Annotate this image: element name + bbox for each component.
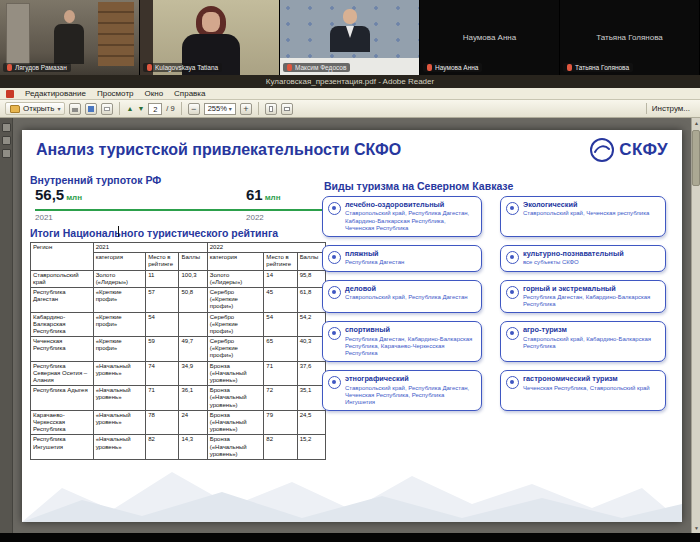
cell: Кабардино-Балкарская Республика — [31, 312, 94, 337]
cell: 24 — [179, 410, 207, 435]
mic-muted-icon — [567, 64, 572, 71]
next-page-button[interactable]: ▼ — [137, 105, 144, 112]
col-header-region: Регион — [31, 243, 94, 271]
window-title: Кулаговская_презентация.pdf - Adobe Read… — [266, 77, 434, 86]
participant-name: Kulagovskaya Tatiana — [155, 64, 218, 71]
bookshelf — [98, 2, 134, 66]
rating-table-container: Регион 2021 2022 категория Место в рейти… — [30, 242, 326, 460]
ncfu-emblem-icon — [589, 137, 615, 163]
rating-heading: Итоги Национального туристического рейти… — [30, 227, 278, 239]
tourism-type-regions: Республика Дагестан, Кабардино-Балкарска… — [345, 336, 476, 358]
ethno-ornament-icon — [328, 376, 341, 389]
cell: Серебро («Крепкие профи») — [207, 312, 264, 337]
cell: 50,8 — [179, 287, 207, 312]
scroll-down-arrow[interactable]: ▼ — [692, 523, 700, 533]
tourist-flow-2021: 56,5млн — [35, 186, 82, 203]
participant-tile[interactable]: Наумова Анна Наумова Анна — [420, 0, 560, 75]
col-header-2022: 2022 — [207, 243, 325, 253]
gastronomy-cutlery-icon — [506, 376, 519, 389]
tourism-box: деловой Ставропольский край, Республика … — [322, 280, 482, 314]
col-header-category: категория — [93, 253, 146, 270]
tourism-box: лечебно-оздоровительный Ставропольский к… — [322, 196, 482, 237]
mic-muted-icon — [7, 64, 12, 71]
page-count-label: / 9 — [166, 104, 174, 113]
reader-toolbar: Открыть ▾ ▲ ▼ 2 / 9 − 255% ▾ + Инструм..… — [0, 100, 700, 118]
bookmarks-panel-icon[interactable] — [2, 136, 11, 145]
participant-tile[interactable]: Татьяна Голянова Татьяна Голянова — [560, 0, 700, 75]
open-button[interactable]: Открыть ▾ — [5, 102, 65, 115]
cell: 15,2 — [297, 435, 325, 460]
menu-view[interactable]: Просмотр — [97, 89, 134, 98]
menu-edit[interactable]: Редактирование — [25, 89, 86, 98]
table-header-row: Регион 2021 2022 — [31, 243, 326, 253]
tourism-type-title: лечебно-оздоровительный — [345, 201, 476, 209]
scrollbar-thumb[interactable] — [692, 130, 700, 186]
zoom-out-button[interactable]: − — [188, 103, 200, 115]
tourism-boxes-grid: лечебно-оздоровительный Ставропольский к… — [322, 196, 666, 411]
col-header-2021: 2021 — [93, 243, 207, 253]
cell: 57 — [146, 287, 179, 312]
cell: 36,1 — [179, 386, 207, 411]
tools-panel-button[interactable]: Инструм... — [646, 103, 695, 114]
participant-tile[interactable]: Максим Федосов — [280, 0, 420, 75]
page-number-input[interactable]: 2 — [148, 103, 162, 115]
vertical-scrollbar[interactable]: ▲ ▼ — [691, 118, 700, 533]
menu-window[interactable]: Окно — [145, 89, 164, 98]
page-container: Анализ туристской привлекательности СКФО… — [13, 118, 691, 533]
menu-bar: Редактирование Просмотр Окно Справка — [0, 88, 700, 100]
email-icon[interactable] — [101, 103, 113, 115]
cell: Чеченская Республика — [31, 337, 94, 362]
menu-help[interactable]: Справка — [174, 89, 205, 98]
save-icon[interactable] — [85, 103, 97, 115]
participant-name: Максим Федосов — [295, 64, 346, 71]
text-cursor-ibeam — [118, 226, 119, 237]
tourism-type-regions: Ставропольский край, Республика Дагестан… — [345, 210, 476, 232]
culture-museum-icon — [506, 251, 519, 264]
cell — [179, 312, 207, 337]
table-row: Ставропольский край Золото («Лидеры») 11… — [31, 270, 326, 287]
cell: 100,3 — [179, 270, 207, 287]
cell: 14,3 — [179, 435, 207, 460]
cell: Серебро («Крепкие профи») — [207, 287, 264, 312]
cell: «Начальный уровень» — [93, 435, 146, 460]
zoom-level-select[interactable]: 255% ▾ — [204, 103, 236, 115]
mountains-graphic — [22, 458, 682, 522]
zoom-value: 255% — [208, 104, 227, 113]
zoom-in-button[interactable]: + — [240, 103, 252, 115]
tourism-box: агро-туризм Ставропольский край, Кабарди… — [500, 321, 666, 362]
participant-name-tag: Лягудов Рамазан — [3, 63, 71, 72]
participant-silhouette — [52, 10, 86, 70]
tourism-type-regions: Ставропольский край, Кабардино-Балкарска… — [523, 336, 660, 350]
participant-name-tag: Максим Федосов — [283, 63, 350, 72]
participant-name: Татьяна Голянова — [575, 64, 629, 71]
tourism-box: пляжный Республика Дагестан — [322, 245, 482, 272]
participant-tile[interactable]: Лягудов Рамазан — [0, 0, 140, 75]
year-2022-label: 2022 — [246, 213, 264, 222]
print-icon[interactable] — [69, 103, 81, 115]
attachments-panel-icon[interactable] — [2, 149, 11, 158]
participant-name: Наумова Анна — [435, 64, 478, 71]
beach-umbrella-icon — [328, 251, 341, 264]
scrolling-mode-icon[interactable] — [265, 103, 277, 115]
tourism-box: гастрономический туризм Чеченская Респуб… — [500, 370, 666, 411]
university-logo: СКФУ — [589, 137, 668, 163]
pdf-page: Анализ туристской привлекательности СКФО… — [22, 130, 682, 522]
tourism-type-title: культурно-познавательный — [523, 250, 624, 258]
pages-panel-icon[interactable] — [2, 123, 11, 132]
tourism-type-title: пляжный — [345, 250, 404, 258]
tourism-type-title: Экологический — [523, 201, 649, 209]
taskbar-strip — [0, 533, 700, 542]
tourism-type-regions: Ставропольский край, Республика Дагестан — [345, 294, 468, 301]
single-page-mode-icon[interactable] — [281, 103, 293, 115]
participant-silhouette — [327, 9, 373, 61]
cell: Республика Северная Осетия – Алания — [31, 361, 94, 386]
cell: 11 — [146, 270, 179, 287]
rating-table: Регион 2021 2022 категория Место в рейти… — [30, 242, 326, 460]
tourism-type-regions: Ставропольский край, Республика Дагестан… — [345, 385, 476, 407]
cell: 14 — [264, 270, 297, 287]
window-titlebar[interactable]: Кулаговская_презентация.pdf - Adobe Read… — [0, 75, 700, 88]
scroll-up-arrow[interactable]: ▲ — [692, 118, 700, 128]
previous-page-button[interactable]: ▲ — [126, 105, 133, 112]
participant-tile[interactable]: Kulagovskaya Tatiana — [140, 0, 280, 75]
tourism-type-regions: Чеченская Республика, Ставропольский кра… — [523, 385, 650, 392]
